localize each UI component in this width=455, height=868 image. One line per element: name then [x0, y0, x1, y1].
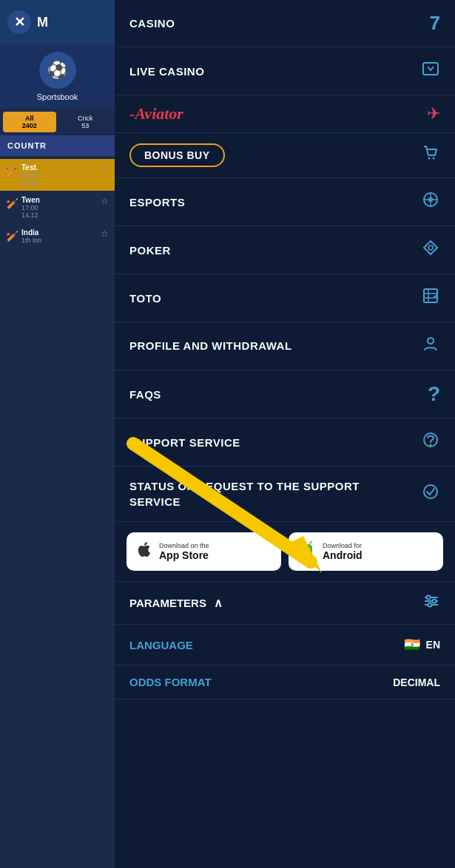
menu-item-esports[interactable]: ESPORTS	[115, 178, 455, 226]
filter-tabs: All 2402 Crick 53	[0, 109, 115, 135]
sportsbook-label: Sportsbook	[7, 92, 107, 101]
aviator-logo: -Aviator	[129, 104, 183, 123]
appstore-small: Download on the	[159, 542, 209, 549]
tab-cricket[interactable]: Crick 53	[59, 112, 112, 132]
android-big: Android	[323, 549, 363, 561]
star-icon[interactable]: ☆	[101, 196, 109, 206]
svg-rect-8	[424, 289, 437, 302]
match-name: India	[21, 228, 88, 237]
match-list: 🏏 Test. 04:20 14.12 ☆ 🏏 Twen 17:00 14.12…	[0, 156, 115, 252]
india-flag-icon: 🇮🇳	[402, 635, 422, 654]
svg-point-14	[430, 444, 432, 447]
support-label: SUPPORT SERVICE	[129, 436, 240, 449]
star-icon[interactable]: ☆	[101, 228, 109, 239]
android-text: Download for Android	[323, 542, 363, 561]
menu-item-support[interactable]: SUPPORT SERVICE	[115, 418, 455, 467]
android-icon	[297, 540, 317, 563]
poker-label: POKER	[129, 244, 171, 257]
menu-item-toto[interactable]: TOTO	[115, 274, 455, 322]
toto-label: TOTO	[129, 292, 161, 305]
odds-value: DECIMAL	[393, 677, 440, 688]
android-button[interactable]: Download for Android	[289, 532, 443, 571]
svg-point-24	[433, 600, 437, 603]
parameters-icon	[422, 592, 440, 614]
sportsbook-section: ⚽ Sportsbook	[0, 44, 115, 109]
svg-point-25	[428, 603, 432, 607]
parameters-label: PARAMETERS ∧	[129, 596, 223, 610]
match-subinfo: 1th inn	[21, 237, 98, 244]
menu-item-faqs[interactable]: FAQS ?	[115, 370, 455, 418]
menu-item-poker[interactable]: POKER	[115, 226, 455, 274]
appstore-big: App Store	[159, 549, 209, 561]
match-name: Test.	[21, 163, 88, 172]
svg-point-16	[304, 549, 306, 550]
match-info: Twen 17:00 14.12	[21, 196, 98, 219]
appstore-button[interactable]: Download on the App Store	[127, 532, 281, 571]
star-icon[interactable]: ☆	[101, 163, 109, 174]
svg-line-18	[303, 542, 304, 544]
svg-point-1	[428, 157, 431, 160]
match-name: Twen	[21, 196, 88, 204]
status-label: STATUS OF REQUEST TO THE SUPPORT SERVICE	[129, 478, 363, 509]
odds-label: ODDS FORMAT	[129, 676, 212, 688]
menu-item-profile[interactable]: PROFILE AND WITHDRAWAL	[115, 322, 455, 370]
tab-all[interactable]: All 2402	[3, 112, 56, 132]
menu-item-casino[interactable]: CASINO 7	[115, 0, 455, 47]
support-icon	[421, 430, 440, 454]
country-bar: COUNTR	[0, 135, 115, 156]
profile-label: PROFILE AND WITHDRAWAL	[129, 339, 292, 353]
match-item[interactable]: 🏏 Test. 04:20 14.12 ☆	[0, 159, 115, 191]
menu-item-live-casino[interactable]: LIVE CASINO	[115, 47, 455, 95]
profile-icon	[421, 334, 440, 358]
casino-label: CASINO	[129, 17, 175, 30]
language-label: LANGUAGE	[129, 639, 193, 651]
language-value: 🇮🇳 EN	[402, 635, 440, 654]
esports-icon	[421, 190, 440, 214]
menu-item-aviator[interactable]: -Aviator ✈	[115, 95, 455, 133]
match-item[interactable]: 🏏 India 1th inn ☆	[0, 224, 115, 249]
live-casino-label: LIVE CASINO	[129, 65, 204, 78]
close-button[interactable]: ✕	[7, 10, 31, 34]
menu-item-status[interactable]: STATUS OF REQUEST TO THE SUPPORT SERVICE	[115, 467, 455, 522]
bonus-buy-button[interactable]: BONUS BUY	[129, 143, 225, 167]
svg-point-23	[427, 596, 431, 600]
svg-point-7	[428, 245, 433, 250]
cart-icon	[421, 143, 440, 167]
match-item[interactable]: 🏏 Twen 17:00 14.12 ☆	[0, 191, 115, 224]
apple-icon	[135, 540, 153, 563]
poker-icon	[421, 238, 440, 262]
match-time: 04:20	[21, 172, 98, 179]
appstore-text: Download on the App Store	[159, 542, 209, 561]
svg-point-15	[424, 485, 437, 498]
android-small: Download for	[323, 542, 363, 549]
cricket-icon: 🏏	[6, 230, 18, 242]
menu-item-bonus-buy[interactable]: BONUS BUY	[115, 133, 455, 178]
svg-line-19	[310, 542, 311, 544]
match-info: India 1th inn	[21, 228, 98, 244]
aviator-plane-icon: ✈	[427, 104, 440, 123]
chevron-up-icon: ∧	[214, 596, 223, 610]
cricket-icon: 🏏	[6, 165, 18, 177]
language-row[interactable]: LANGUAGE 🇮🇳 EN	[115, 625, 455, 665]
live-casino-icon	[421, 59, 440, 83]
faqs-label: FAQS	[129, 388, 161, 401]
left-panel: ✕ M ⚽ Sportsbook All 2402 Crick 53 COUNT…	[0, 0, 115, 868]
left-top-bar: ✕ M	[0, 0, 115, 44]
logo: M	[37, 15, 48, 30]
match-date: 14.12	[21, 179, 98, 186]
odds-row[interactable]: ODDS FORMAT DECIMAL	[115, 665, 455, 699]
casino-icon: 7	[430, 12, 440, 35]
parameters-row[interactable]: PARAMETERS ∧	[115, 582, 455, 625]
match-info: Test. 04:20 14.12	[21, 163, 98, 186]
cricket-icon: 🏏	[6, 197, 18, 209]
match-time: 17:00	[21, 204, 98, 211]
esports-label: ESPORTS	[129, 196, 185, 208]
match-date: 14.12	[21, 211, 98, 219]
svg-point-12	[428, 338, 434, 344]
svg-rect-0	[423, 63, 438, 75]
soccer-icon: ⚽	[39, 52, 76, 89]
right-panel: CASINO 7 LIVE CASINO -Aviator ✈ BONUS BU…	[115, 0, 455, 868]
toto-icon	[421, 286, 440, 310]
svg-point-2	[433, 157, 435, 160]
download-section: Download on the App Store Download for A…	[115, 522, 455, 582]
